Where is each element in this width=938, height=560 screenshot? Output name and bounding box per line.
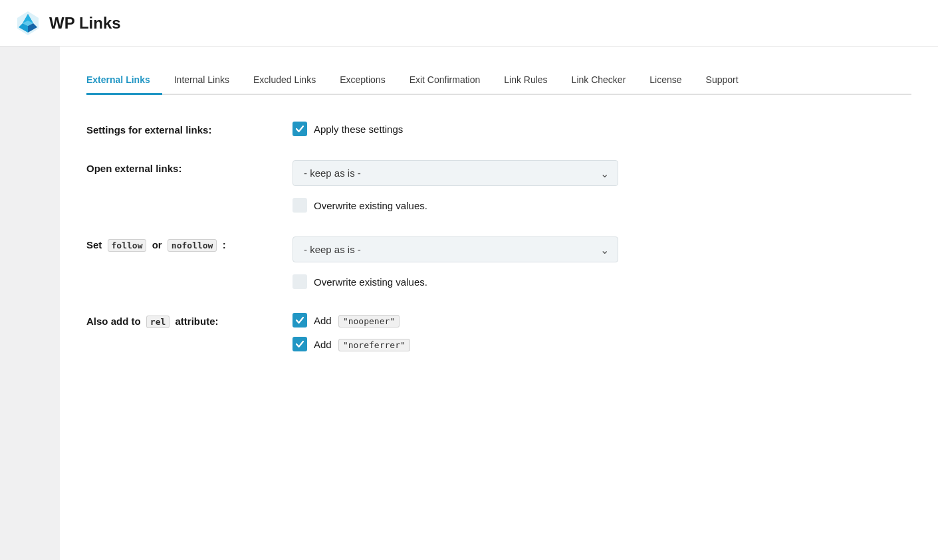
tab-internal-links[interactable]: Internal Links xyxy=(162,66,241,95)
follow-nofollow-label: Set follow or nofollow : xyxy=(86,236,279,250)
apply-settings-checkbox[interactable] xyxy=(293,122,307,136)
follow-nofollow-row: Set follow or nofollow : - keep as is - … xyxy=(86,236,911,289)
open-external-overwrite-row: Overwrite existing values. xyxy=(293,198,618,213)
open-external-label: Open external links: xyxy=(86,160,279,174)
apply-settings-row: Settings for external links: Apply these… xyxy=(86,122,911,136)
tab-exceptions[interactable]: Exceptions xyxy=(328,66,397,95)
noreferrer-row: Add "noreferrer" xyxy=(293,337,410,351)
open-external-row: Open external links: - keep as is - Open… xyxy=(86,160,911,213)
rel-suffix: attribute: xyxy=(176,316,219,327)
open-external-select-wrapper: - keep as is - Open in same tab Open in … xyxy=(293,160,618,186)
noreferrer-label: Add "noreferrer" xyxy=(314,339,410,350)
follow-nofollow-controls: - keep as is - follow nofollow ⌄ Overwri… xyxy=(293,236,618,289)
wp-links-logo-icon xyxy=(13,9,43,38)
apply-settings-label: Settings for external links: xyxy=(86,122,279,136)
settings-section: Settings for external links: Apply these… xyxy=(86,122,911,351)
logo: WP Links xyxy=(13,9,121,38)
open-external-controls: - keep as is - Open in same tab Open in … xyxy=(293,160,618,213)
follow-nofollow-overwrite-label: Overwrite existing values. xyxy=(314,276,427,288)
tab-link-checker[interactable]: Link Checker xyxy=(560,66,638,95)
tab-external-links[interactable]: External Links xyxy=(86,66,162,95)
noopener-code: "noopener" xyxy=(338,315,400,327)
follow-code-tag: follow xyxy=(108,239,147,252)
noreferrer-checkbox[interactable] xyxy=(293,337,307,351)
noopener-row: Add "noopener" xyxy=(293,313,410,327)
tab-exit-confirmation[interactable]: Exit Confirmation xyxy=(398,66,493,95)
follow-nofollow-prefix: Set xyxy=(86,239,102,250)
nofollow-code-tag: nofollow xyxy=(168,239,217,252)
rel-attribute-controls: Add "noopener" Add "noreferrer" xyxy=(293,313,410,351)
follow-nofollow-suffix: : xyxy=(223,239,226,250)
rel-attribute-row: Also add to rel attribute: Add "noope xyxy=(86,313,911,351)
tab-license[interactable]: License xyxy=(638,66,693,95)
main-container: External Links Internal Links Excluded L… xyxy=(0,47,938,560)
noopener-label: Add "noopener" xyxy=(314,315,400,326)
sidebar xyxy=(0,47,60,560)
follow-nofollow-or: or xyxy=(152,239,162,250)
follow-nofollow-select[interactable]: - keep as is - follow nofollow xyxy=(293,236,618,262)
open-external-overwrite-checkbox[interactable] xyxy=(293,198,307,213)
tab-link-rules[interactable]: Link Rules xyxy=(492,66,559,95)
apply-settings-checkbox-label: Apply these settings xyxy=(314,124,403,135)
tab-excluded-links[interactable]: Excluded Links xyxy=(241,66,328,95)
tab-support[interactable]: Support xyxy=(694,66,751,95)
follow-nofollow-overwrite-checkbox[interactable] xyxy=(293,274,307,289)
content-area: External Links Internal Links Excluded L… xyxy=(60,47,938,560)
follow-nofollow-select-wrapper: - keep as is - follow nofollow ⌄ xyxy=(293,236,618,262)
tabs-bar: External Links Internal Links Excluded L… xyxy=(86,66,911,95)
logo-text: WP Links xyxy=(49,14,121,33)
rel-prefix: Also add to xyxy=(86,316,141,327)
apply-settings-controls: Apply these settings xyxy=(293,122,403,136)
header: WP Links xyxy=(0,0,938,47)
rel-attribute-label: Also add to rel attribute: xyxy=(86,313,279,327)
apply-settings-checkbox-row: Apply these settings xyxy=(293,122,403,136)
follow-nofollow-overwrite-row: Overwrite existing values. xyxy=(293,274,618,289)
noreferrer-code: "noreferrer" xyxy=(338,339,410,351)
open-external-select[interactable]: - keep as is - Open in same tab Open in … xyxy=(293,160,618,186)
noopener-checkbox[interactable] xyxy=(293,313,307,327)
open-external-overwrite-label: Overwrite existing values. xyxy=(314,200,427,211)
rel-code-tag: rel xyxy=(146,316,170,328)
